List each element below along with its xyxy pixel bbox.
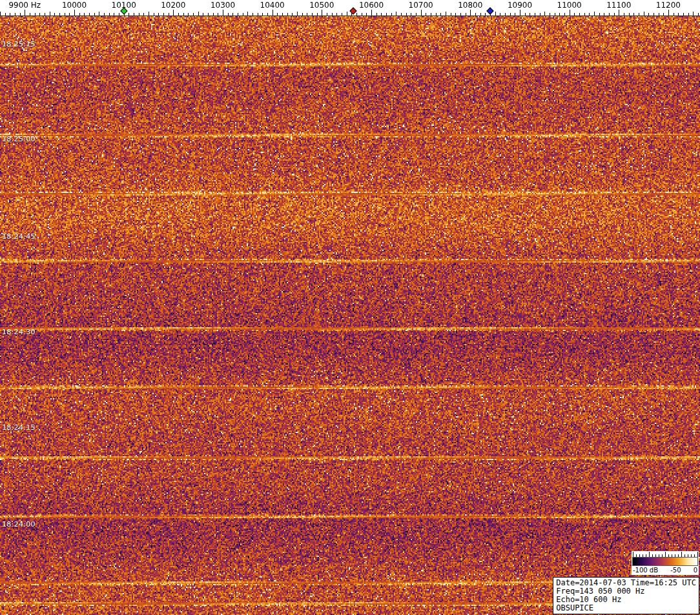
ruler-tick [198, 12, 199, 15]
ruler-tick [366, 13, 367, 15]
ruler-tick [307, 13, 307, 15]
ruler-tick [440, 13, 441, 15]
ruler-tick [5, 13, 6, 15]
ruler-tick [624, 13, 624, 15]
ruler-tick [94, 13, 95, 15]
ruler-tick [173, 10, 174, 15]
ruler-tick [515, 13, 515, 15]
ruler-tick [54, 13, 55, 15]
ruler-tick [273, 10, 273, 15]
ruler-tick [139, 13, 139, 15]
ruler-tick [520, 10, 520, 15]
ruler-tick [158, 13, 159, 15]
ruler-tick [232, 13, 233, 15]
ruler-tick [639, 13, 639, 15]
ruler-tick [451, 13, 451, 15]
ruler-tick [327, 13, 327, 15]
ruler-tick [550, 13, 550, 15]
ruler-tick [342, 13, 342, 15]
ruler-tick [347, 12, 347, 15]
legend-label-mid: -50 [670, 566, 681, 574]
ruler-tick [183, 13, 184, 15]
ruler-tick [267, 13, 268, 15]
ruler-tick [282, 13, 283, 15]
ruler-tick [460, 13, 461, 15]
ruler-frequency-label: 10400 [260, 1, 285, 10]
ruler-tick [530, 13, 530, 15]
ruler-tick [663, 13, 664, 15]
ruler-tick [570, 10, 570, 15]
ruler-tick [45, 13, 45, 15]
ruler-tick [10, 13, 10, 15]
ruler-tick [238, 13, 238, 15]
ruler-tick [356, 13, 357, 15]
ruler-tick [619, 10, 619, 15]
ruler-tick [500, 13, 500, 15]
ruler-tick [0, 12, 1, 15]
ruler-tick [678, 13, 679, 15]
ruler-tick [421, 10, 422, 15]
legend-label-min: -100 dB [633, 566, 658, 574]
ruler-tick [416, 13, 417, 15]
ruler-tick [65, 13, 65, 15]
ruler-tick [584, 13, 585, 15]
ruler-tick [604, 13, 604, 15]
ruler-tick [683, 13, 684, 15]
ruler-tick [594, 12, 595, 15]
ruler-tick [589, 13, 590, 15]
ruler-tick [406, 13, 407, 15]
ruler-tick [292, 13, 293, 15]
ruler-tick [431, 13, 431, 15]
legend-label-max: 0 [694, 566, 697, 574]
ruler-tick [163, 13, 164, 15]
ruler-frequency-label: 11100 [606, 1, 631, 10]
info-box: Date=2014-07-03 Time=16:25 UTCFreq=143 0… [553, 577, 699, 614]
ruler-tick [297, 12, 298, 15]
ruler-tick [648, 13, 649, 15]
ruler-tick [466, 13, 466, 15]
ruler-tick [50, 12, 50, 15]
ruler-tick [129, 13, 129, 15]
ruler-tick [426, 13, 426, 15]
ruler-tick [322, 10, 322, 15]
ruler-tick [599, 13, 600, 15]
ruler-frequency-label: 10300 [211, 1, 235, 10]
ruler-tick [312, 13, 313, 15]
ruler-tick [614, 13, 615, 15]
ruler-tick [564, 13, 565, 15]
marker-diamond-blue[interactable] [486, 7, 493, 14]
ruler-tick [485, 13, 486, 15]
ruler-tick [579, 13, 580, 15]
ruler-tick [505, 13, 506, 15]
ruler-tick [362, 13, 362, 15]
ruler-tick [154, 13, 154, 15]
ruler-tick [376, 13, 377, 15]
ruler-tick [470, 10, 471, 15]
ruler-tick [258, 13, 258, 15]
marker-diamond-red[interactable] [349, 7, 356, 14]
ruler-tick [693, 12, 694, 15]
ruler-tick [84, 13, 85, 15]
ruler-tick [674, 13, 674, 15]
ruler-tick [495, 12, 496, 15]
ruler-tick [20, 13, 21, 15]
ruler-tick [59, 13, 60, 15]
ruler-frequency-label: 11000 [557, 1, 582, 10]
ruler-tick [668, 10, 669, 15]
ruler-tick [208, 13, 209, 15]
waterfall-spectrogram[interactable] [0, 16, 700, 615]
legend-gradient-bar[interactable] [632, 557, 698, 566]
ruler-tick [104, 13, 105, 15]
ruler-tick [555, 13, 555, 15]
ruler-tick [386, 13, 387, 15]
ruler-frequency-label: 10000 [62, 1, 87, 10]
ruler-tick [243, 13, 243, 15]
ruler-tick [203, 13, 203, 15]
ruler-tick [39, 13, 40, 15]
frequency-ruler[interactable]: 9900 Hz100001010010200103001040010500106… [0, 0, 700, 16]
ruler-frequency-label: 10800 [458, 1, 482, 10]
ruler-tick [169, 13, 169, 15]
ruler-frequency-label: 10200 [161, 1, 185, 10]
ruler-tick [475, 13, 476, 15]
ruler-tick [540, 13, 540, 15]
